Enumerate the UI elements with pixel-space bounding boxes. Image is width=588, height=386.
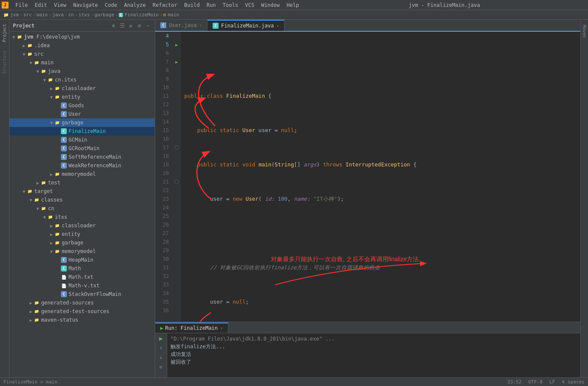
tree-item-user[interactable]: ▶ C User (9, 110, 155, 118)
tree-item-src[interactable]: ▼ 📁 src (9, 50, 155, 58)
code-line-8: user = new User( id: 100, name: "IT小神"); (184, 195, 577, 203)
tree-item-generated-sources[interactable]: ▶ 📁 generated-sources (9, 299, 155, 307)
breadcrumb-main-method[interactable]: m main (163, 12, 179, 18)
tree-item-gcrootmain[interactable]: ▶ C GCRootMain (9, 144, 155, 153)
tree-item-finalizemain[interactable]: ▶ C FinalizeMain (9, 127, 155, 136)
menu-help[interactable]: Help (283, 1, 303, 9)
breakpoint-empty-17[interactable] (174, 145, 179, 150)
tree-item-entity-t[interactable]: ▶ 📁 entity (9, 230, 155, 238)
tree-item-itxs-classes[interactable]: ▼ 📁 itxs (9, 213, 155, 221)
tree-item-stackoverflow[interactable]: ▶ C StackOverFlowMain (9, 290, 155, 299)
tree-item-classloader[interactable]: ▶ 📁 classloader (9, 84, 155, 93)
breadcrumb-garbage[interactable]: garbage (94, 12, 114, 18)
tab-finalizemain-close[interactable]: × (276, 24, 279, 28)
tab-finalizemain-label: FinalizeMain.java (221, 23, 274, 29)
run-green-btn[interactable]: ▶ (158, 335, 165, 342)
tab-user-java-close[interactable]: × (199, 23, 202, 28)
run-button-5[interactable]: ▶ (175, 42, 178, 47)
tree-item-heapmain[interactable]: ▶ C HeapMain (9, 256, 155, 264)
project-tab[interactable]: Project (1, 21, 8, 45)
tree-item-main[interactable]: ▼ 📁 main (9, 58, 155, 67)
tree-item-memorymodel[interactable]: ▶ 📁 memorymodel (9, 170, 155, 178)
sidebar-tree: ▼ 📁 jvm F:\develop\jvm ▶ 📁 .idea ▼ 📁 src (9, 32, 155, 377)
menu-edit[interactable]: Edit (31, 1, 51, 9)
tree-item-math[interactable]: ▶ C Math (9, 264, 155, 273)
tree-item-math-txt[interactable]: ▶ 📄 Math.txt (9, 273, 155, 281)
menu-view[interactable]: View (51, 1, 70, 9)
gutter-row-35 (172, 298, 181, 306)
gutter-row-23 (172, 195, 181, 203)
tab-finalizemain-icon: C (213, 23, 219, 29)
menu-vcs[interactable]: VCS (242, 1, 258, 9)
gutter-row-8 (172, 66, 181, 75)
collapse-all-icon[interactable]: ☰ (119, 22, 126, 29)
tree-item-java[interactable]: ▼ 📁 java (9, 67, 155, 75)
breadcrumb-cn[interactable]: cn (68, 12, 74, 18)
menu-run[interactable]: Run (203, 1, 219, 9)
bottom-tab-close[interactable]: × (220, 326, 223, 331)
menu-refactor[interactable]: Refactor (149, 1, 181, 9)
right-tab-maven[interactable]: Maven (581, 21, 588, 41)
menu-code[interactable]: Code (102, 1, 121, 9)
code-editor[interactable]: 4 5 6 7 8 9 10 11 12 13 14 15 16 17 18 1… (155, 32, 580, 322)
gutter-row-28 (172, 238, 181, 246)
tree-item-target[interactable]: ▼ 📁 target (9, 187, 155, 196)
tree-item-goods[interactable]: ▶ C Goods (9, 101, 155, 110)
menu-window[interactable]: Window (258, 1, 283, 9)
tree-item-garbage[interactable]: ▼ 📁 garbage (9, 118, 155, 127)
output-line-4: 被回收了 (171, 358, 577, 366)
tab-finalizemain-java[interactable]: C FinalizeMain.java × (207, 20, 285, 31)
run-button-7[interactable]: ▶ (175, 60, 178, 64)
scroll-down-btn[interactable]: ↓ (158, 354, 165, 361)
scroll-up-btn[interactable]: ↑ (158, 344, 165, 351)
breakpoint-empty-21[interactable] (174, 180, 179, 184)
gutter-row-5[interactable]: ▶ (172, 40, 181, 49)
bottom-tab-run[interactable]: ▶ Run: FinalizeMain × (155, 323, 228, 333)
tree-item-classloader-t[interactable]: ▶ 📁 classloader (9, 221, 155, 230)
tab-user-java[interactable]: C User.java × (155, 20, 207, 31)
breadcrumb-java[interactable]: java (52, 12, 64, 18)
tree-item-entity[interactable]: ▼ 📁 entity (9, 93, 155, 101)
menu-analyze[interactable]: Analyze (120, 1, 149, 9)
menu-tools[interactable]: Tools (219, 1, 242, 9)
tree-item-gcmain[interactable]: ▶ C GCMain (9, 136, 155, 144)
tree-item-test[interactable]: ▶ 📁 test (9, 178, 155, 187)
breadcrumb-itxs[interactable]: itxs (78, 12, 90, 18)
breadcrumb-finalizemain[interactable]: C FinalizeMain (119, 12, 159, 18)
tree-item-softreferencemain[interactable]: ▶ C SoftReferenceMain (9, 153, 155, 161)
tree-item-math-v-txt[interactable]: ▶ 📄 Math-v.txt (9, 281, 155, 290)
tree-item-cnitxs[interactable]: ▼ 📁 cn.itxs (9, 75, 155, 84)
scroll-from-source-icon[interactable]: ⇄ (127, 22, 134, 29)
tree-item-weakreferencemain[interactable]: ▶ C WeakReferenceMain (9, 161, 155, 170)
tree-item-idea[interactable]: ▶ 📁 .idea (9, 41, 155, 50)
breadcrumb-main[interactable]: main (36, 12, 48, 18)
tree-item-maven-status[interactable]: ▶ 📁 maven-status (9, 316, 155, 324)
gutter-row-26 (172, 220, 181, 229)
code-lines[interactable]: public class FinalizeMain { public stati… (181, 32, 580, 322)
menu-navigate[interactable]: Navigate (70, 1, 102, 9)
breadcrumb-jvm[interactable]: 📁 jvm (3, 12, 19, 18)
gutter-row-31 (172, 263, 181, 272)
settings-icon[interactable]: ⚙ (136, 22, 143, 29)
tree-item-garbage-t[interactable]: ▶ 📁 garbage (9, 238, 155, 247)
tab-user-java-icon: C (160, 22, 166, 28)
gutter-row-4 (172, 32, 181, 40)
tree-item-classes[interactable]: ▼ 📁 classes (9, 196, 155, 204)
tree-item-memorymodel-t[interactable]: ▼ 📁 memorymodel (9, 247, 155, 256)
menu-build[interactable]: Build (181, 1, 203, 9)
close-sidebar-icon[interactable]: − (144, 22, 151, 29)
breadcrumb-src[interactable]: src (24, 12, 32, 18)
tree-item-jvm[interactable]: ▼ 📁 jvm F:\develop\jvm (9, 33, 155, 41)
gutter-row-10 (172, 83, 181, 92)
right-panel: Maven (580, 20, 588, 377)
structure-tab[interactable]: Structure (1, 48, 8, 76)
tab-user-java-label: User.java (169, 22, 197, 28)
menu-file[interactable]: File (12, 1, 31, 9)
expand-all-icon[interactable]: ⊕ (110, 22, 117, 29)
tree-item-generated-test-sources[interactable]: ▶ 📁 generated-test-sources (9, 307, 155, 316)
filter-btn[interactable]: ⚙ (158, 363, 165, 370)
tree-item-cn-classes[interactable]: ▼ 📁 cn (9, 204, 155, 213)
tab-bar: C User.java × C FinalizeMain.java × (155, 20, 580, 32)
app-logo: J (2, 2, 9, 9)
gutter-row-7[interactable]: ▶ (172, 57, 181, 66)
